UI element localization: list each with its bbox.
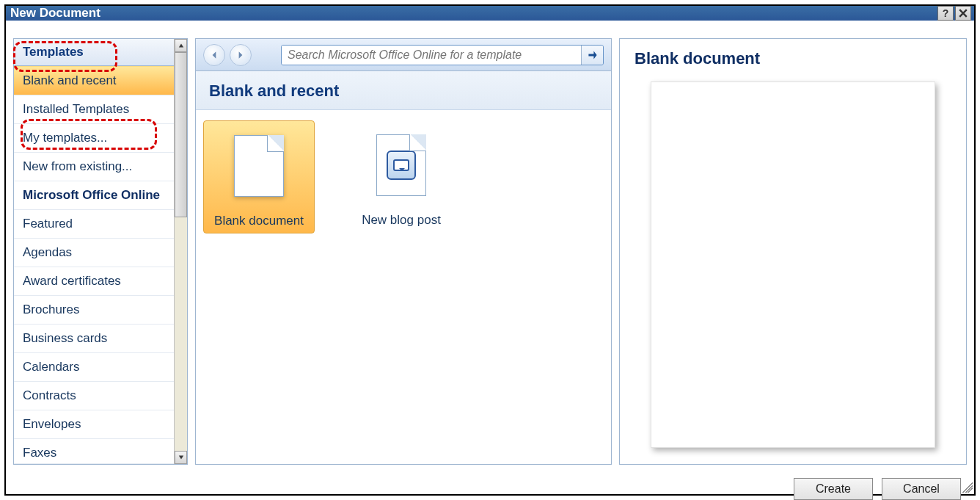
tiles-area: Blank documentNew blog post bbox=[196, 110, 611, 464]
close-button[interactable] bbox=[955, 6, 971, 21]
sidebar-item[interactable]: Brochures bbox=[14, 296, 174, 325]
templates-list: Templates Blank and recentInstalled Temp… bbox=[14, 39, 174, 464]
window-title: New Document bbox=[9, 6, 937, 21]
search-input[interactable] bbox=[282, 46, 581, 65]
sidebar-item[interactable]: Contracts bbox=[14, 382, 174, 410]
help-button[interactable] bbox=[937, 6, 954, 21]
titlebar: New Document bbox=[6, 6, 974, 21]
cancel-button[interactable]: Cancel bbox=[882, 478, 961, 500]
sidebar-item[interactable]: My templates... bbox=[14, 124, 174, 153]
create-button[interactable]: Create bbox=[794, 478, 873, 500]
dialog-footer: Create Cancel bbox=[6, 471, 974, 500]
close-icon bbox=[959, 9, 968, 18]
tile-label: New blog post bbox=[362, 213, 441, 228]
sidebar-item[interactable]: Agendas bbox=[14, 239, 174, 267]
sidebar-item[interactable]: Faxes bbox=[14, 439, 174, 464]
new-document-dialog: New Document Templates Blank and recentI… bbox=[4, 4, 976, 496]
sidebar-item[interactable]: Featured bbox=[14, 210, 174, 239]
section-title: Blank and recent bbox=[196, 71, 611, 110]
preview-thumbnail bbox=[651, 81, 935, 448]
main-panel: Blank and recent Blank documentNew blog … bbox=[195, 38, 612, 465]
template-tile[interactable]: Blank document bbox=[203, 120, 315, 233]
sidebar-scrollbar[interactable] bbox=[174, 39, 187, 464]
sidebar-item[interactable]: Business cards bbox=[14, 325, 174, 353]
scroll-up-button[interactable] bbox=[175, 39, 187, 52]
sidebar-item[interactable]: Calendars bbox=[14, 353, 174, 382]
search-go-button[interactable] bbox=[581, 46, 603, 65]
preview-title: Blank document bbox=[635, 49, 951, 68]
nav-back-button[interactable] bbox=[203, 44, 225, 66]
sidebar-item[interactable]: New from existing... bbox=[14, 153, 174, 181]
blog-post-icon bbox=[366, 125, 436, 206]
sidebar-item[interactable]: Award certificates bbox=[14, 267, 174, 296]
document-icon bbox=[224, 126, 294, 206]
arrow-right-icon bbox=[236, 51, 245, 59]
sidebar: Templates Blank and recentInstalled Temp… bbox=[13, 38, 188, 465]
sidebar-header: Templates bbox=[14, 39, 174, 66]
scroll-track[interactable] bbox=[175, 52, 187, 451]
sidebar-item[interactable]: Envelopes bbox=[14, 410, 174, 439]
nav-forward-button[interactable] bbox=[230, 44, 252, 66]
toolbar bbox=[196, 39, 611, 71]
scroll-down-button[interactable] bbox=[175, 451, 187, 464]
template-tile[interactable]: New blog post bbox=[345, 120, 457, 232]
sidebar-item[interactable]: Microsoft Office Online bbox=[14, 181, 174, 210]
sidebar-item[interactable]: Installed Templates bbox=[14, 95, 174, 124]
scroll-thumb[interactable] bbox=[175, 52, 187, 217]
tile-label: Blank document bbox=[214, 214, 304, 228]
preview-panel: Blank document bbox=[619, 38, 967, 465]
arrow-right-icon bbox=[588, 50, 598, 60]
sidebar-item[interactable]: Blank and recent bbox=[14, 66, 174, 95]
resize-grip[interactable] bbox=[959, 479, 973, 493]
arrow-left-icon bbox=[210, 51, 219, 59]
